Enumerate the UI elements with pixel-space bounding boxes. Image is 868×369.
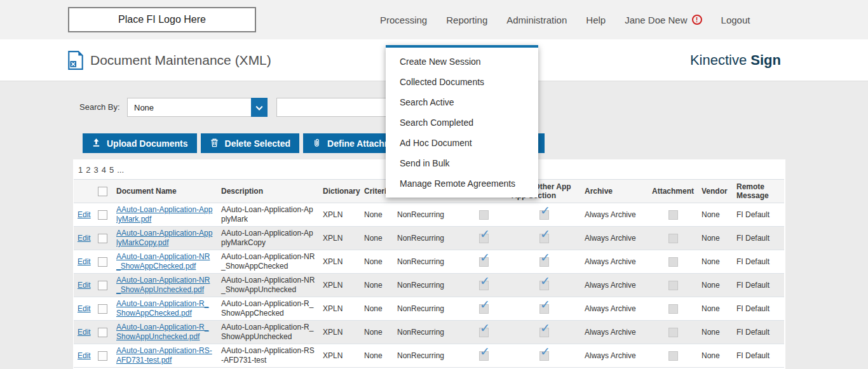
document-name-link[interactable]: AAuto-Loan-Application-RS-AFD731-test.pd… — [116, 346, 212, 365]
table-row: Edit AAuto-Loan-Application-NR_ShowAppCh… — [74, 250, 784, 274]
show-app-checkbox[interactable] — [479, 234, 489, 243]
remote-message-cell: FI Default — [733, 297, 784, 321]
row-select-checkbox[interactable] — [98, 234, 107, 243]
row-select-checkbox[interactable] — [98, 281, 107, 290]
search-by-label: Search By: — [79, 98, 120, 117]
attachment-checkbox[interactable] — [668, 351, 678, 361]
show-app-checkbox[interactable] — [479, 304, 489, 314]
attachment-checkbox[interactable] — [668, 281, 678, 290]
description-cell: AAuto-Loan-Application-R_ShowAppUnchecke… — [217, 321, 319, 344]
description-cell: AAuto-Loan-Application-R_ShowAppChecked — [217, 297, 319, 321]
attachment-checkbox[interactable] — [668, 210, 678, 220]
menu-item-send-in-bulk[interactable]: Send in Bulk — [386, 153, 538, 173]
vendor-cell: None — [698, 344, 733, 368]
document-name-link[interactable]: AAuto-Loan-Application-NR_ShowAppUncheck… — [116, 276, 210, 294]
dictionary-cell: XPLN — [319, 250, 360, 274]
document-name-link[interactable]: AAuto-Loan-Application-NR_ShowAppChecked… — [116, 252, 210, 271]
chevron-down-icon — [255, 102, 263, 113]
document-name-link[interactable]: AAuto-Loan-Application-R_ShowAppUnchecke… — [116, 323, 208, 341]
col-description: Description — [217, 180, 319, 203]
document-name-link[interactable]: AAuto-Loan-Application-ApplyMarkCopy.pdf — [116, 229, 212, 247]
nav-help[interactable]: Help — [586, 15, 606, 25]
processing-dropdown-menu: Create New Session Collected Documents S… — [386, 45, 538, 198]
page-link[interactable]: 1 — [78, 165, 83, 175]
menu-item-ad-hoc-document[interactable]: Ad Hoc Document — [386, 133, 538, 153]
edit-link[interactable]: Edit — [78, 328, 91, 337]
col-remote-message: Remote Message — [733, 180, 784, 203]
show-other-app-checkbox[interactable] — [539, 281, 549, 290]
search-by-selected-value[interactable]: None — [127, 98, 251, 117]
criteria-cell: None — [360, 203, 393, 227]
page-link[interactable]: 3 — [93, 165, 98, 175]
criteria-cell: None — [360, 227, 393, 250]
attachment-checkbox[interactable] — [668, 234, 678, 243]
show-app-checkbox[interactable] — [479, 257, 489, 267]
nav-user-menu[interactable]: Jane Doe New ! — [625, 15, 702, 25]
show-app-checkbox[interactable] — [479, 328, 489, 337]
table-row: Edit AAuto-Loan-Application-R_ShowAppUnc… — [74, 321, 784, 344]
show-other-app-checkbox[interactable] — [539, 234, 549, 243]
page-link[interactable]: 4 — [102, 165, 106, 175]
nav-processing[interactable]: Processing — [380, 15, 427, 25]
upload-documents-button[interactable]: Upload Documents — [83, 133, 197, 153]
criteria-cell: None — [360, 344, 393, 368]
document-name-link[interactable]: AAuto-Loan-Application-R_ShowAppChecked.… — [116, 299, 208, 318]
table-row: Edit AAuto-Loan-Application-NR_ShowAppUn… — [74, 274, 784, 297]
col-archive: Archive — [581, 180, 648, 203]
paperclip-icon — [312, 138, 322, 149]
show-other-app-checkbox[interactable] — [539, 328, 549, 337]
select-all-checkbox[interactable] — [98, 187, 107, 196]
search-by-select[interactable]: None — [127, 98, 268, 117]
menu-item-collected-documents[interactable]: Collected Documents — [386, 72, 538, 92]
documents-table: Document Name Description Dictionary Cri… — [74, 179, 784, 368]
nav-reporting[interactable]: Reporting — [446, 15, 487, 25]
show-other-app-checkbox[interactable] — [539, 304, 549, 314]
remote-message-cell: FI Default — [733, 250, 784, 274]
menu-item-create-new-session[interactable]: Create New Session — [386, 51, 538, 72]
nav-administration[interactable]: Administration — [506, 15, 567, 25]
menu-item-search-completed[interactable]: Search Completed — [386, 112, 538, 133]
menu-item-search-active[interactable]: Search Active — [386, 92, 538, 112]
edit-link[interactable]: Edit — [78, 257, 91, 266]
criteria-cell: None — [360, 250, 393, 274]
recurring-cell: NonRecurring — [393, 274, 460, 297]
archive-cell: Always Archive — [581, 250, 648, 274]
row-select-checkbox[interactable] — [98, 210, 107, 220]
dictionary-cell: XPLN — [319, 297, 360, 321]
col-edit — [74, 180, 93, 203]
document-name-link[interactable]: AAuto-Loan-Application-ApplyMark.pdf — [116, 205, 212, 224]
dictionary-cell: XPLN — [319, 344, 360, 368]
trash-icon — [210, 138, 219, 149]
row-select-checkbox[interactable] — [98, 257, 107, 267]
search-by-dropdown-button[interactable] — [251, 98, 268, 117]
menu-item-manage-remote-agreements[interactable]: Manage Remote Agreements — [386, 173, 538, 194]
description-cell: AAuto-Loan-Application-ApplyMark — [217, 203, 319, 227]
edit-link[interactable]: Edit — [78, 304, 91, 313]
description-cell: AAuto-Loan-Application-ApplyMarkCopy — [217, 227, 319, 250]
archive-cell: Always Archive — [581, 203, 648, 227]
show-other-app-checkbox[interactable] — [539, 351, 549, 361]
attachment-checkbox[interactable] — [668, 304, 678, 314]
edit-link[interactable]: Edit — [78, 351, 91, 360]
show-other-app-checkbox[interactable] — [539, 257, 549, 267]
delete-selected-button[interactable]: Delete Selected — [201, 133, 300, 153]
show-app-checkbox[interactable] — [479, 210, 489, 220]
brand-logo: Kinective Sign — [690, 39, 781, 81]
show-other-app-checkbox[interactable] — [539, 210, 549, 220]
page-link[interactable]: 2 — [86, 165, 90, 175]
edit-link[interactable]: Edit — [78, 210, 91, 219]
row-select-checkbox[interactable] — [98, 304, 107, 314]
attachment-checkbox[interactable] — [668, 257, 678, 267]
row-select-checkbox[interactable] — [98, 328, 107, 337]
page-link[interactable]: 5 — [109, 165, 114, 175]
page-title: Document Maintenance (XML) — [90, 39, 271, 81]
show-app-checkbox[interactable] — [479, 281, 489, 290]
show-app-checkbox[interactable] — [479, 351, 489, 361]
attachment-checkbox[interactable] — [668, 328, 678, 337]
edit-link[interactable]: Edit — [78, 281, 91, 290]
vendor-cell: None — [698, 297, 733, 321]
edit-link[interactable]: Edit — [78, 234, 91, 243]
row-select-checkbox[interactable] — [98, 351, 107, 361]
nav-logout[interactable]: Logout — [721, 15, 750, 25]
criteria-cell: None — [360, 297, 393, 321]
